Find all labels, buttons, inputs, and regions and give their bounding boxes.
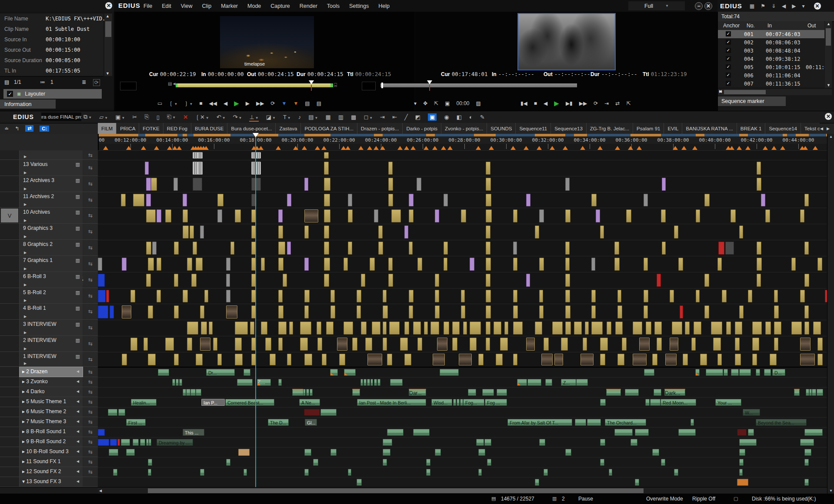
clip[interactable] bbox=[435, 449, 441, 456]
scroll-left-icon[interactable]: ◀ bbox=[99, 489, 102, 493]
track-header-7-music-theme-3[interactable]: ▸ 7 Music Theme 3◄⇆ bbox=[0, 417, 98, 427]
clip[interactable] bbox=[133, 439, 139, 446]
checkbox-checked-icon[interactable]: ✓ bbox=[726, 56, 731, 61]
clip[interactable] bbox=[256, 152, 261, 159]
track-header-7-graphics-1[interactable]: 7 Graphics 1▶▥⇆ bbox=[0, 256, 98, 272]
track-name-cell[interactable]: ▸ 3 Zvonko◄ bbox=[20, 377, 83, 387]
clip[interactable] bbox=[387, 354, 392, 365]
clip[interactable] bbox=[324, 162, 329, 175]
clip[interactable] bbox=[300, 322, 311, 335]
close-icon[interactable]: ✕ bbox=[105, 2, 112, 9]
clip[interactable] bbox=[200, 225, 204, 239]
jog-control[interactable]: ✥ bbox=[423, 100, 427, 106]
timeline-marker-icon[interactable] bbox=[489, 146, 494, 150]
clip[interactable] bbox=[459, 354, 472, 365]
clip[interactable] bbox=[486, 225, 490, 239]
clip[interactable] bbox=[614, 258, 620, 271]
clip[interactable] bbox=[539, 305, 544, 318]
clip[interactable] bbox=[317, 338, 322, 351]
clip[interactable] bbox=[615, 322, 623, 335]
clip[interactable]: First ... bbox=[126, 419, 146, 426]
clip[interactable] bbox=[251, 178, 261, 191]
timeline-marker-icon[interactable] bbox=[374, 146, 379, 150]
clip[interactable] bbox=[374, 209, 378, 222]
clip[interactable] bbox=[344, 322, 353, 335]
clip[interactable] bbox=[348, 242, 352, 255]
clip[interactable] bbox=[644, 258, 648, 271]
clip[interactable] bbox=[539, 439, 545, 446]
expand-icon[interactable]: ▶ bbox=[24, 235, 27, 239]
display-mode-icon[interactable]: ▭ bbox=[157, 100, 162, 106]
clip[interactable] bbox=[304, 178, 308, 191]
clip[interactable] bbox=[700, 354, 707, 365]
clip[interactable] bbox=[237, 379, 253, 386]
clip[interactable] bbox=[486, 242, 490, 255]
clip[interactable] bbox=[725, 242, 734, 255]
clip[interactable] bbox=[607, 322, 611, 335]
clip[interactable] bbox=[226, 290, 230, 302]
clip[interactable]: Fog ... bbox=[485, 399, 507, 406]
track-header-9-graphics-3[interactable]: 9 Graphics 3▶▥⇆ bbox=[0, 224, 98, 240]
menu-item-edit[interactable]: Edit bbox=[162, 3, 171, 9]
clip[interactable] bbox=[98, 305, 108, 318]
clip[interactable] bbox=[244, 369, 250, 376]
clip[interactable] bbox=[757, 178, 761, 191]
col-anchor[interactable]: Anchor bbox=[723, 23, 740, 29]
track-header-2-interview[interactable]: 2 INTERVIEW▶▥⇆ bbox=[0, 336, 98, 352]
clip[interactable] bbox=[250, 322, 254, 335]
clip[interactable] bbox=[717, 354, 722, 365]
clip[interactable] bbox=[322, 354, 327, 365]
menu-item-render[interactable]: Render bbox=[300, 3, 317, 9]
clip[interactable] bbox=[409, 194, 414, 206]
timeline-marker-icon[interactable] bbox=[315, 146, 320, 150]
effects-icon[interactable]: ▩ bbox=[351, 114, 356, 120]
clip[interactable] bbox=[635, 429, 649, 436]
timeline-marker-icon[interactable] bbox=[404, 146, 409, 150]
timeline-marker-icon[interactable] bbox=[771, 146, 777, 150]
patch-icon[interactable]: ⇆ bbox=[83, 256, 98, 272]
clip[interactable] bbox=[122, 305, 131, 318]
clip[interactable] bbox=[644, 369, 654, 376]
track-name-cell[interactable]: 5 B-Roll 2▶▥ bbox=[20, 288, 83, 303]
import-marker-icon[interactable]: ⇓ bbox=[771, 3, 776, 9]
clip[interactable] bbox=[800, 354, 815, 365]
track-lane-11-archives-2[interactable] bbox=[98, 192, 827, 208]
track-name-cell[interactable]: ▾ 13 Sound FX 3◄ bbox=[20, 477, 83, 487]
track-header-partial[interactable]: ▶⇆ bbox=[0, 150, 98, 160]
track-lane-7-music-theme-3[interactable]: First ...The D...Gl...From Afar by Salt … bbox=[98, 417, 827, 427]
clip[interactable] bbox=[226, 274, 230, 287]
clip[interactable] bbox=[633, 322, 642, 335]
clip[interactable] bbox=[326, 322, 334, 335]
clip[interactable]: D... bbox=[772, 369, 785, 376]
clip[interactable] bbox=[261, 322, 267, 335]
clip[interactable] bbox=[387, 429, 404, 436]
timeline-marker-icon[interactable] bbox=[763, 146, 768, 150]
clip[interactable] bbox=[661, 459, 665, 466]
clip[interactable] bbox=[752, 322, 762, 335]
clip[interactable] bbox=[324, 225, 329, 239]
clip[interactable] bbox=[389, 322, 400, 335]
next-edit-button[interactable]: ▶▮ bbox=[566, 100, 573, 106]
clip[interactable] bbox=[283, 274, 287, 287]
track-lane-5-music-theme-1[interactable]: Healin...Ian P...Cornered Beast...A Ne..… bbox=[98, 397, 827, 407]
clip[interactable] bbox=[200, 469, 204, 476]
clip[interactable] bbox=[98, 274, 105, 287]
clip[interactable] bbox=[183, 194, 187, 206]
clip[interactable] bbox=[696, 209, 700, 222]
timeline-vscrollbar[interactable]: ▲ ▼ bbox=[827, 134, 834, 494]
clip[interactable] bbox=[739, 449, 745, 456]
close-icon[interactable]: ✕ bbox=[704, 2, 712, 10]
clip[interactable] bbox=[158, 369, 169, 376]
tab-banijska-ratna-[interactable]: BANIJSKA RATNA ... bbox=[682, 123, 737, 134]
checkbox-checked-icon[interactable]: ✓ bbox=[726, 73, 731, 78]
redo-icon[interactable]: ↷▼ bbox=[233, 114, 242, 120]
clip[interactable] bbox=[685, 322, 690, 335]
track-lane-3-zvonko[interactable]: Z...Z... bbox=[98, 377, 827, 387]
clip[interactable] bbox=[304, 258, 309, 271]
clip[interactable] bbox=[378, 225, 383, 239]
clip[interactable] bbox=[330, 369, 338, 376]
clip[interactable] bbox=[817, 338, 823, 351]
clip[interactable] bbox=[800, 290, 805, 302]
checkbox-checked-icon[interactable]: ✓ bbox=[7, 91, 13, 97]
timeline-marker-icon[interactable] bbox=[537, 146, 542, 150]
